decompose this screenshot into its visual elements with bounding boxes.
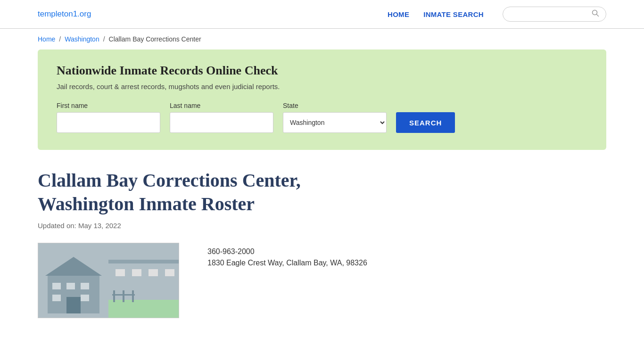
facility-info: 360-963-2000 1830 Eagle Crest Way, Clall… [38, 243, 606, 318]
facility-exterior-svg [108, 243, 179, 318]
page-title: Clallam Bay Corrections Center, Washingt… [38, 169, 368, 216]
nav-home[interactable]: HOME [388, 10, 409, 18]
breadcrumb-separator-2: / [103, 35, 105, 43]
updated-date: Updated on: May 13, 2022 [38, 222, 606, 230]
svg-rect-10 [66, 297, 81, 313]
logo-link[interactable]: templeton1.org [38, 9, 91, 18]
building-svg [43, 243, 104, 318]
main-content: Clallam Bay Corrections Center, Washingt… [0, 164, 644, 337]
breadcrumb-state[interactable]: Washington [65, 35, 99, 43]
breadcrumb: Home / Washington / Clallam Bay Correcti… [0, 29, 644, 49]
state-select[interactable]: Washington Alabama Alaska Arizona Califo… [283, 112, 387, 133]
svg-rect-20 [149, 269, 158, 276]
state-group: State Washington Alabama Alaska Arizona … [283, 102, 387, 133]
header-search-input[interactable] [510, 10, 589, 18]
facility-image-right [108, 243, 179, 318]
svg-rect-9 [81, 295, 89, 301]
svg-rect-18 [116, 269, 125, 276]
svg-rect-14 [113, 290, 115, 302]
search-icon [592, 9, 599, 19]
last-name-group: Last name [170, 102, 273, 133]
facility-phone: 360-963-2000 [207, 247, 367, 256]
facility-address: 1830 Eagle Crest Way, Clallam Bay, WA, 9… [207, 259, 367, 267]
breadcrumb-home[interactable]: Home [38, 35, 55, 43]
facility-image [38, 243, 179, 318]
breadcrumb-separator-1: / [59, 35, 61, 43]
svg-rect-15 [123, 290, 124, 302]
last-name-label: Last name [170, 102, 273, 109]
svg-rect-19 [132, 269, 141, 276]
first-name-input[interactable] [57, 112, 160, 133]
svg-rect-5 [52, 283, 61, 289]
svg-line-1 [597, 15, 599, 16]
site-header: templeton1.org HOME INMATE SEARCH [0, 0, 644, 29]
state-label: State [283, 102, 387, 109]
search-button[interactable]: SEARCH [396, 112, 455, 133]
facility-details: 360-963-2000 1830 Eagle Crest Way, Clall… [207, 243, 367, 267]
nav-inmate-search[interactable]: INMATE SEARCH [423, 10, 484, 18]
search-panel: Nationwide Inmate Records Online Check J… [38, 49, 606, 150]
main-nav: HOME INMATE SEARCH [388, 10, 484, 18]
svg-rect-21 [165, 269, 174, 276]
first-name-label: First name [57, 102, 160, 109]
logo[interactable]: templeton1.org [38, 9, 91, 19]
search-form: First name Last name State Washington Al… [57, 102, 587, 133]
svg-rect-6 [66, 283, 75, 289]
svg-rect-12 [108, 300, 179, 318]
search-panel-subtitle: Jail records, court & arrest records, mu… [57, 82, 587, 90]
svg-rect-23 [108, 243, 179, 260]
first-name-group: First name [57, 102, 160, 133]
last-name-input[interactable] [170, 112, 273, 133]
facility-image-left [38, 243, 108, 318]
svg-rect-7 [81, 283, 89, 289]
search-panel-title: Nationwide Inmate Records Online Check [57, 64, 587, 78]
breadcrumb-current: Clallam Bay Corrections Center [109, 35, 201, 43]
svg-rect-8 [52, 295, 61, 301]
svg-rect-17 [112, 294, 135, 296]
svg-rect-22 [108, 260, 179, 263]
svg-rect-16 [132, 290, 134, 302]
header-search-box[interactable] [503, 7, 606, 22]
